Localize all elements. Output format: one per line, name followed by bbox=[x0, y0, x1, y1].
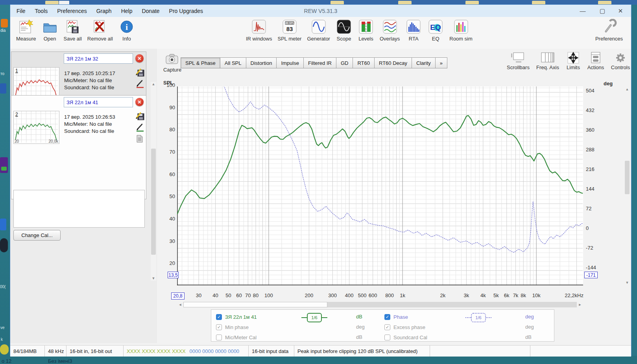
toolbar-label: Remove all bbox=[87, 36, 113, 42]
close-button[interactable]: ✕ bbox=[611, 5, 630, 17]
save-trace-icon[interactable] bbox=[136, 68, 144, 77]
freq-axis-button[interactable]: Freq. Axis bbox=[535, 51, 561, 70]
open-button[interactable]: Open bbox=[42, 18, 58, 42]
actions-button[interactable]: Actions bbox=[583, 51, 609, 70]
tab-impulse[interactable]: Impulse bbox=[277, 57, 304, 68]
info-button[interactable]: iInfo bbox=[118, 18, 135, 42]
menu-item-help[interactable]: Help bbox=[116, 8, 137, 14]
desktop-icon-fragment bbox=[0, 83, 6, 94]
tab-filtered-ir[interactable]: Filtered IR bbox=[304, 57, 336, 68]
toolbar-label: Info bbox=[122, 36, 131, 42]
change-cal-button[interactable]: Change Cal... bbox=[13, 230, 61, 241]
graph-tabs: SPL & PhaseAll SPLDistortionImpulseFilte… bbox=[181, 57, 447, 68]
toolbar-label: EQ bbox=[432, 36, 439, 42]
remove-all-button[interactable]: Remove all bbox=[87, 18, 113, 42]
scroll-left-icon[interactable]: ◄ bbox=[177, 302, 183, 307]
main-toolbar: MeasureOpenSave allRemove alliInfo IR wi… bbox=[10, 17, 631, 49]
measurement-notes-box[interactable] bbox=[13, 190, 145, 228]
measurement-card-2[interactable]: ✕22020,0k17 вер. 2025 10:26:53Mic/Meter:… bbox=[11, 95, 146, 199]
overlays-button[interactable]: Overlays bbox=[380, 18, 400, 42]
scrollbars-button[interactable]: Scrollbars bbox=[505, 51, 531, 70]
toolbar-label: Generator bbox=[307, 36, 330, 42]
badge-line bbox=[322, 317, 327, 318]
tab--[interactable]: » bbox=[436, 57, 447, 68]
x-axis-min-value[interactable]: 20,8 bbox=[171, 292, 185, 300]
save-all-button[interactable]: Save all bbox=[64, 18, 82, 42]
desktop-icon-fragment bbox=[0, 344, 9, 355]
left-axis-tick: 40 bbox=[160, 216, 175, 222]
levels-button[interactable]: 0369Levels bbox=[358, 18, 374, 42]
right-axis-tick: 144 bbox=[586, 186, 595, 192]
tab-all-spl[interactable]: All SPL bbox=[220, 57, 246, 68]
controls-button[interactable]: Controls bbox=[607, 51, 633, 70]
minimize-button[interactable]: — bbox=[574, 5, 592, 17]
tab-clarity[interactable]: Clarity bbox=[412, 57, 436, 68]
capture-button[interactable] bbox=[165, 52, 179, 66]
legend-checkbox-excess-phase[interactable]: ✓ bbox=[384, 324, 390, 330]
scroll-up-icon[interactable]: ▲ bbox=[151, 82, 156, 86]
measurement-thumbnail[interactable]: 22020,0k bbox=[13, 111, 59, 144]
right-axis-min-value[interactable]: -171 bbox=[584, 272, 598, 278]
measure-button[interactable]: Measure bbox=[16, 18, 36, 42]
h-scroll-thumb[interactable] bbox=[183, 302, 327, 307]
save-trace-icon[interactable] bbox=[136, 112, 144, 120]
right-axis-title: deg bbox=[604, 81, 613, 86]
menu-item-file[interactable]: File bbox=[12, 8, 30, 14]
legend-label: Soundcard Cal bbox=[393, 335, 427, 340]
title-bar: REW V5.31.3 FileToolsPreferencesGraphHel… bbox=[10, 5, 631, 17]
generator-button[interactable]: Generator bbox=[307, 18, 330, 42]
badge-line bbox=[301, 317, 307, 318]
right-axis-tick: 0 bbox=[586, 225, 589, 231]
left-axis-tick: 20 bbox=[160, 260, 175, 266]
scroll-down-icon[interactable]: ▼ bbox=[151, 276, 156, 281]
status-empty-cell bbox=[430, 346, 530, 357]
rta-button[interactable]: RTA bbox=[405, 18, 422, 42]
desktop-taskarea: о 12 Без імені3 bbox=[0, 356, 637, 364]
measurement-name-input[interactable] bbox=[64, 97, 133, 107]
menu-item-tools[interactable]: Tools bbox=[30, 8, 53, 14]
freq-axis-icon bbox=[540, 51, 556, 64]
tab-gd[interactable]: GD bbox=[336, 57, 353, 68]
legend-checkbox-mic-meter-cal[interactable] bbox=[216, 335, 222, 340]
y-axis-min-value[interactable]: 13,5 bbox=[168, 272, 179, 278]
left-axis-tick: 30 bbox=[160, 238, 175, 244]
input-bits-active: XXXX XXXX XXXX XXXX bbox=[127, 348, 186, 354]
spl-meter-button[interactable]: dB SPL83SPL meter bbox=[277, 18, 301, 42]
preferences-button[interactable]: Preferences bbox=[595, 18, 623, 42]
scroll-right-icon[interactable]: ► bbox=[577, 302, 583, 307]
smoothing-badge[interactable]: 1/6 bbox=[307, 313, 322, 322]
scroll-up-icon[interactable]: ▲ bbox=[624, 87, 630, 92]
left-axis-tick: 80 bbox=[160, 127, 175, 132]
panel-scrollbar[interactable]: ▲ ▼ bbox=[151, 82, 156, 281]
legend-checkbox-min-phase[interactable]: ✓ bbox=[216, 324, 222, 330]
measurement-name-input[interactable] bbox=[64, 53, 133, 64]
legend-checkbox--22-1-41[interactable]: ✓ bbox=[216, 314, 222, 320]
tab-rt60-decay[interactable]: RT60 Decay bbox=[375, 57, 412, 68]
graph-v-scrollbar[interactable]: ▲ ▼ bbox=[624, 87, 630, 285]
svg-text:EQ: EQ bbox=[430, 23, 441, 31]
tab-distortion[interactable]: Distortion bbox=[246, 57, 277, 68]
smoothing-badge[interactable]: 1/6 bbox=[471, 313, 486, 322]
menu-item-preferences[interactable]: Preferences bbox=[52, 8, 91, 14]
legend-checkbox-soundcard-cal[interactable] bbox=[384, 335, 390, 340]
eq-button[interactable]: EQEQ bbox=[427, 18, 444, 42]
delete-measurement-icon[interactable]: ✕ bbox=[135, 98, 144, 106]
notes-icon[interactable] bbox=[136, 134, 144, 143]
trace-color-pen-icon[interactable] bbox=[136, 123, 144, 132]
room-sim-button[interactable]: Room sim bbox=[449, 18, 473, 42]
maximize-button[interactable]: ▢ bbox=[593, 5, 611, 17]
tab-rt60[interactable]: RT60 bbox=[353, 57, 375, 68]
graph-h-scrollbar[interactable]: ◄ ► bbox=[177, 302, 583, 308]
scope-button[interactable]: Scope bbox=[336, 18, 352, 42]
menu-item-graph[interactable]: Graph bbox=[92, 8, 116, 14]
menu-item-pro-upgrades[interactable]: Pro Upgrades bbox=[164, 8, 208, 14]
scroll-down-icon[interactable]: ▼ bbox=[624, 280, 630, 285]
right-axis-tick: 72 bbox=[586, 206, 591, 211]
legend-checkbox-phase[interactable]: ✓ bbox=[384, 314, 390, 320]
right-axis-tick: -144 bbox=[586, 265, 596, 270]
trace-color-pen-icon[interactable] bbox=[136, 79, 144, 88]
ir-windows-button[interactable]: IR windows bbox=[246, 18, 272, 42]
delete-measurement-icon[interactable]: ✕ bbox=[135, 54, 144, 63]
tab-spl-phase[interactable]: SPL & Phase bbox=[181, 57, 220, 68]
menu-item-donate[interactable]: Donate bbox=[137, 8, 164, 14]
